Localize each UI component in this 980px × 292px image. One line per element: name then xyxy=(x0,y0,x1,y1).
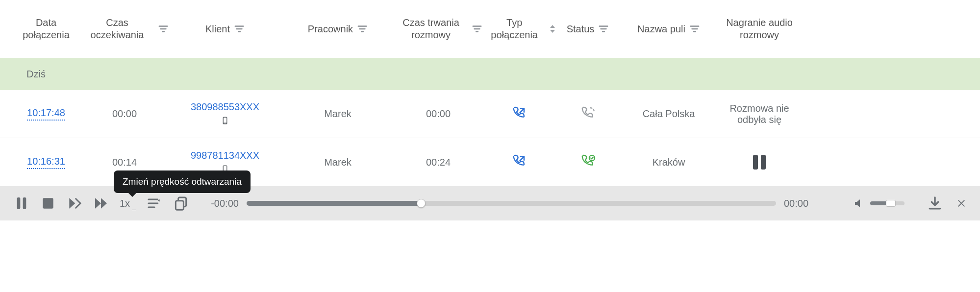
progress-wrap: -00:00 00:00 xyxy=(200,198,823,209)
table-row[interactable]: 10:17:48 00:00 380988553XXX Marek 00:00 … xyxy=(0,90,980,138)
playlist-icon[interactable] xyxy=(147,195,162,211)
filter-icon[interactable] xyxy=(689,24,700,34)
employee-name: Marek xyxy=(324,108,352,120)
table-body: 10:17:48 00:00 380988553XXX Marek 00:00 … xyxy=(0,90,980,186)
speed-label: 1x xyxy=(120,198,130,209)
download-button[interactable] xyxy=(927,195,943,211)
svg-point-5 xyxy=(225,171,226,172)
svg-point-2 xyxy=(225,123,226,124)
column-header-recording[interactable]: Nagranie audio rozmowy xyxy=(718,17,801,41)
fast-forward-button[interactable] xyxy=(93,195,109,211)
skip-next-button[interactable] xyxy=(67,195,82,211)
outgoing-call-icon xyxy=(511,154,528,170)
column-header-type[interactable]: Typ połączenia xyxy=(482,17,556,41)
column-label: Czas oczekiwania xyxy=(80,17,154,41)
svg-rect-1 xyxy=(224,118,226,123)
progress-slider[interactable] xyxy=(247,201,776,206)
recording-text: Rozmowa nie odbyła się xyxy=(718,103,801,125)
column-header-status[interactable]: Status xyxy=(556,23,620,35)
svg-rect-9 xyxy=(43,198,53,208)
close-button[interactable] xyxy=(956,198,966,208)
client-number-link[interactable]: 998781134XXX xyxy=(191,150,259,161)
column-header-wait[interactable]: Czas oczekiwania xyxy=(80,17,169,41)
column-label: Czas trwania rozmowy xyxy=(394,17,468,41)
wait-time: 00:00 xyxy=(112,108,137,120)
column-label: Typ połączenia xyxy=(482,17,546,41)
playback-speed-button[interactable]: 1x _ xyxy=(120,198,136,209)
copy-icon[interactable] xyxy=(173,195,189,211)
pool-name: Kraków xyxy=(653,157,685,168)
pause-button[interactable] xyxy=(14,195,29,211)
column-header-employee[interactable]: Pracownik xyxy=(281,23,394,35)
svg-rect-8 xyxy=(23,197,26,209)
column-header-client[interactable]: Klient xyxy=(169,23,281,35)
call-time-link[interactable]: 10:16:31 xyxy=(27,156,65,169)
sort-icon[interactable] xyxy=(550,24,556,34)
filter-icon[interactable] xyxy=(357,24,368,34)
filter-icon[interactable] xyxy=(598,24,609,34)
table-row[interactable]: 10:16:31 00:14 998781134XXX Marek 00:24 … xyxy=(0,138,980,186)
filter-icon[interactable] xyxy=(158,24,169,34)
table-header: Data połączenia Czas oczekiwania Klient … xyxy=(0,0,980,58)
svg-rect-4 xyxy=(224,166,226,171)
mobile-icon xyxy=(221,163,229,175)
column-label: Status xyxy=(567,23,595,35)
column-label: Data połączenia xyxy=(12,17,80,41)
wait-time: 00:14 xyxy=(112,157,137,168)
recording-pause-button[interactable] xyxy=(753,155,766,170)
mobile-icon xyxy=(221,115,229,126)
column-label: Pracownik xyxy=(308,23,353,35)
call-time-link[interactable]: 10:17:48 xyxy=(27,107,65,121)
answered-call-icon xyxy=(579,154,596,170)
column-label: Klient xyxy=(205,23,230,35)
volume-control xyxy=(854,197,905,209)
filter-icon[interactable] xyxy=(234,24,245,34)
volume-slider[interactable] xyxy=(870,201,905,205)
client-number-link[interactable]: 380988553XXX xyxy=(191,101,259,113)
time-remaining: 00:00 xyxy=(784,198,823,209)
column-header-pool[interactable]: Nazwa puli xyxy=(620,23,718,35)
pool-name: Cała Polska xyxy=(643,108,695,120)
column-header-duration[interactable]: Czas trwania rozmowy xyxy=(394,17,482,41)
outgoing-call-icon xyxy=(511,106,528,122)
call-duration: 00:00 xyxy=(426,108,451,120)
missed-call-icon xyxy=(579,106,596,122)
filter-icon[interactable] xyxy=(472,24,482,34)
speed-suffix: _ xyxy=(132,202,136,210)
column-label: Nagranie audio rozmowy xyxy=(718,17,801,41)
svg-rect-11 xyxy=(176,201,183,210)
column-label: Nazwa puli xyxy=(637,23,685,35)
svg-rect-7 xyxy=(17,197,21,209)
group-row: Dziś xyxy=(0,58,980,90)
call-duration: 00:24 xyxy=(426,157,451,168)
stop-button[interactable] xyxy=(40,195,56,211)
volume-icon[interactable] xyxy=(854,197,865,209)
employee-name: Marek xyxy=(324,157,352,168)
time-elapsed: -00:00 xyxy=(200,198,239,209)
group-label: Dziś xyxy=(26,69,46,80)
audio-player: Zmień prędkość odtwarzania 1x _ -00:00 xyxy=(0,186,980,220)
column-header-date[interactable]: Data połączenia xyxy=(12,17,80,41)
